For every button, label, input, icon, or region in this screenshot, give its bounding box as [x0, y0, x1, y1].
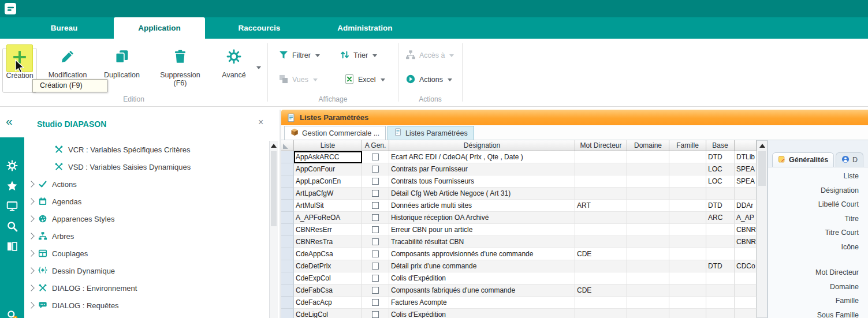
tree-item[interactable]: DIALOG : Requêtes: [24, 297, 269, 314]
row-selector[interactable]: [281, 212, 294, 224]
gear-icon[interactable]: [6, 160, 18, 171]
cell-domaine[interactable]: [627, 297, 669, 309]
tree-item[interactable]: Arbres: [24, 227, 269, 245]
cell-base[interactable]: [706, 309, 735, 318]
chevron-right-icon[interactable]: [28, 250, 34, 256]
tree-item[interactable]: Couplages: [24, 245, 269, 262]
cell-extra[interactable]: CBNR: [735, 236, 757, 248]
cell-domaine[interactable]: [627, 248, 669, 260]
modification-button[interactable]: Modification: [40, 48, 95, 79]
tree-item[interactable]: Dessin Dynamique: [24, 262, 269, 279]
table-row[interactable]: CdeFabCsaComposants fabriqués d'une comm…: [281, 285, 757, 297]
cell-famille[interactable]: [669, 236, 706, 248]
monitor-icon[interactable]: [6, 200, 18, 212]
row-selector[interactable]: [281, 309, 294, 318]
cell-liste[interactable]: CdeFacAcp: [294, 297, 362, 309]
cell-famille[interactable]: [669, 272, 706, 285]
cell-mot[interactable]: [575, 260, 627, 272]
table-row[interactable]: CdeFacAcpFactures Acompte: [281, 297, 757, 309]
cell-extra[interactable]: DDAr: [735, 200, 757, 212]
cell-liste[interactable]: CdeAppCsa: [294, 248, 362, 260]
cell-famille[interactable]: [669, 260, 706, 272]
cell-liste[interactable]: CdeExpCol: [294, 272, 362, 285]
cell-mot[interactable]: [575, 309, 627, 318]
cell-designation[interactable]: Tracabilité résultat CBN: [389, 236, 575, 248]
trier-dropdown-icon[interactable]: [372, 54, 377, 57]
close-sidebar-button[interactable]: ×: [258, 117, 263, 128]
row-selector[interactable]: [281, 163, 294, 175]
cell-designation[interactable]: Historique réception OA Archivé: [389, 212, 575, 224]
cell-domaine[interactable]: [627, 236, 669, 248]
cell-designation[interactable]: Détail Cfg Web Article Negoce ( Art 31): [389, 188, 575, 200]
cell-a-gen[interactable]: [362, 248, 389, 260]
table-row[interactable]: CBNResErrErreur CBN pour un articleCBNR: [281, 224, 757, 236]
grid-scrollbar[interactable]: [757, 140, 768, 318]
cell-domaine[interactable]: [627, 224, 669, 236]
cell-mot[interactable]: [575, 151, 627, 163]
avance-dropdown-icon[interactable]: [256, 66, 261, 69]
document-tab[interactable]: Listes Paramétrées: [388, 126, 474, 140]
row-selector[interactable]: [281, 272, 294, 285]
row-selector[interactable]: [281, 224, 294, 236]
cell-mot[interactable]: [575, 224, 627, 236]
cell-a-gen[interactable]: [362, 151, 389, 163]
cell-designation[interactable]: Composants fabriqués d'une commande: [389, 285, 575, 297]
checkbox[interactable]: [372, 250, 379, 257]
scroll-up-icon[interactable]: [757, 141, 767, 150]
tab-application[interactable]: Application: [114, 17, 205, 39]
checkbox[interactable]: [372, 178, 379, 185]
app-logo-icon[interactable]: [5, 3, 16, 14]
cell-domaine[interactable]: [627, 200, 669, 212]
table-row[interactable]: AppConFourContrats par FournisseurLOCSPE…: [281, 163, 757, 175]
checkbox[interactable]: [372, 263, 379, 270]
cell-famille[interactable]: [669, 212, 706, 224]
cell-mot[interactable]: [575, 272, 627, 285]
tree-item[interactable]: VCR : Variables Spécifiques Critères: [24, 141, 269, 158]
cell-base[interactable]: LOC: [706, 175, 735, 188]
cell-liste[interactable]: A_APFoReOA: [294, 212, 362, 224]
cell-a-gen[interactable]: [362, 285, 389, 297]
cell-designation[interactable]: Contrats tous Fournisseurs: [389, 175, 575, 188]
column-header[interactable]: Mot Directeur: [575, 140, 627, 151]
cell-domaine[interactable]: [627, 285, 669, 297]
cell-mot[interactable]: [575, 236, 627, 248]
cell-base[interactable]: [706, 224, 735, 236]
tab-raccourcis[interactable]: Raccourcis: [227, 17, 292, 39]
cell-liste[interactable]: CdeLigCol: [294, 309, 362, 318]
cell-domaine[interactable]: [627, 309, 669, 318]
checkbox[interactable]: [372, 214, 379, 221]
tab-administration[interactable]: Administration: [321, 17, 409, 39]
columns-icon[interactable]: [6, 241, 18, 252]
table-row[interactable]: CBNResTraTracabilité résultat CBNCBNR: [281, 236, 757, 248]
cell-extra[interactable]: SPEA: [735, 163, 757, 175]
cell-famille[interactable]: [669, 309, 706, 318]
cell-domaine[interactable]: [627, 260, 669, 272]
cell-extra[interactable]: [735, 285, 757, 297]
cell-designation[interactable]: Colis d'Expédition: [389, 309, 575, 318]
cell-mot[interactable]: [575, 175, 627, 188]
cell-famille[interactable]: [669, 200, 706, 212]
cell-liste[interactable]: AppLpaConEn: [294, 175, 362, 188]
tab-bureau[interactable]: Bureau: [33, 17, 95, 39]
row-selector[interactable]: [281, 188, 294, 200]
table-row[interactable]: CdeExpColColis d'Expédition: [281, 272, 757, 285]
table-row[interactable]: A_APFoReOAHistorique réception OA Archiv…: [281, 212, 757, 224]
table-row[interactable]: CdeAppCsaComposants approvisionnés d'une…: [281, 248, 757, 260]
cell-famille[interactable]: [669, 285, 706, 297]
cell-extra[interactable]: CBNR: [735, 224, 757, 236]
cell-base[interactable]: ARC: [706, 212, 735, 224]
cell-a-gen[interactable]: [362, 175, 389, 188]
checkbox[interactable]: [372, 299, 379, 306]
cell-extra[interactable]: CDCo: [735, 260, 757, 272]
cell-mot[interactable]: CDE: [575, 285, 627, 297]
detail-tab[interactable]: D: [836, 152, 863, 167]
checkbox[interactable]: [372, 238, 379, 245]
chevron-right-icon[interactable]: [28, 198, 34, 204]
checkbox[interactable]: [372, 287, 379, 294]
cell-domaine[interactable]: [627, 272, 669, 285]
cell-famille[interactable]: [669, 163, 706, 175]
cell-liste[interactable]: AppAskARCC: [294, 151, 362, 163]
actions-dropdown-icon[interactable]: [448, 78, 452, 81]
cell-a-gen[interactable]: [362, 163, 389, 175]
table-row[interactable]: AppLpaConEnContrats tous FournisseursLOC…: [281, 175, 757, 188]
